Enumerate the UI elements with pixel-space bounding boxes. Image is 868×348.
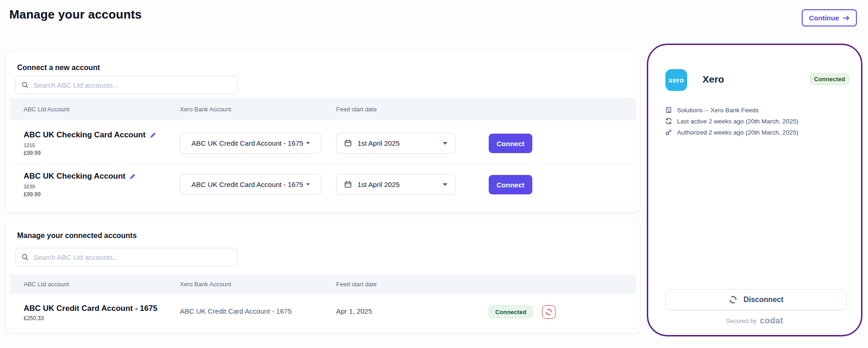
status-badge: Connected [489,305,533,318]
connect-search-input[interactable] [33,81,232,89]
connect-button[interactable]: Connect [489,175,532,194]
search-icon [21,81,29,89]
account-name: ABC UK Credit Card Account - 1675 [24,304,157,313]
search-icon [21,253,29,261]
page-title: Manage your accounts [9,7,142,22]
connected-xero-account: ABC UK Credit Card Account - 1675 [180,307,292,315]
solutions-icon [665,106,672,114]
account-balance: £250.33 [24,315,44,322]
feed-start-date-value: Apr 1, 2025 [336,307,372,315]
column-header-abc-ltd-account: ABC Ltd account [24,281,69,288]
key-icon [665,129,672,136]
xero-account-select[interactable]: ABC UK Credit Card Account - 1675 [180,133,321,154]
detail-solutions: Solutions -- Xero Bank Feeds [665,104,798,116]
feed-start-date-picker[interactable]: 1st April 2025 [336,174,455,195]
table-row: ABC UK Checking Card Account 1215 £99.99… [10,120,636,164]
xero-account-select[interactable]: ABC UK Credit Card Account - 1675 [180,174,321,195]
column-header-xero-bank-account: Xero Bank Account [180,106,231,113]
codat-logo: codat [760,316,784,326]
account-number: 3239 [24,184,35,189]
connect-search-box[interactable] [15,76,238,94]
disconnect-account-button[interactable] [542,305,555,319]
feed-start-date-picker[interactable]: 1st April 2025 [336,133,455,154]
connect-new-account-card: Connect a new account ABC Ltd Account Xe… [6,51,640,213]
account-balance: £99.99 [24,150,41,156]
account-name: ABC UK Checking Account [24,172,136,181]
chevron-down-icon [443,183,447,186]
refresh-icon [665,117,672,125]
integration-name: Xero [702,74,724,85]
integration-panel: xero Xero Connected Solutions -- Xero Ba… [647,44,862,336]
connect-section-title: Connect a new account [17,64,100,72]
arrow-right-icon [842,14,850,22]
unlink-icon [728,295,738,304]
secured-by: Secured by codat [648,316,861,326]
column-header-abc-ltd-account: ABC Ltd Account [24,106,69,113]
account-number: 1215 [24,142,35,148]
connect-table-header: ABC Ltd Account Xero Bank Account Feed s… [10,98,636,120]
table-row: ABC UK Credit Card Account - 1675 £250.3… [10,294,636,329]
chevron-down-icon [443,142,447,145]
account-balance: £99.99 [24,191,41,198]
calendar-icon [344,139,352,147]
account-name: ABC UK Checking Card Account [24,130,156,140]
xero-logo: xero [665,69,687,91]
manage-search-input[interactable] [33,253,232,261]
detail-authorized: Authorized 2 weeks ago (20th March, 2025… [665,127,798,138]
manage-connected-accounts-card: Manage your connected accounts ABC Ltd a… [6,221,640,333]
connect-button[interactable]: Connect [489,134,532,153]
calendar-icon [344,180,352,188]
chevron-down-icon [306,142,310,144]
disconnect-button[interactable]: Disconnect [665,289,847,310]
manage-search-box[interactable] [15,248,238,266]
column-header-feed-start-date: Feed start date [336,106,377,113]
column-header-feed-start-date: Feed start date [336,281,377,288]
table-row: ABC UK Checking Account 3239 £99.99 ABC … [10,164,636,205]
edit-pencil-icon[interactable] [129,173,136,180]
chevron-down-icon [306,183,310,186]
continue-button[interactable]: Continue [802,9,857,26]
manage-section-title: Manage your connected accounts [17,232,137,240]
column-header-xero-bank-account: Xero Bank Account [180,281,231,288]
detail-last-active: Last active 2 weeks ago (20th March, 202… [665,116,798,127]
unlink-icon [545,308,553,316]
edit-pencil-icon[interactable] [150,132,156,138]
manage-table-header: ABC Ltd account Xero Bank Account Feed s… [10,274,636,294]
status-badge: Connected [810,73,849,85]
continue-button-label: Continue [809,14,839,22]
integration-details: Solutions -- Xero Bank Feeds Last active… [665,104,798,138]
